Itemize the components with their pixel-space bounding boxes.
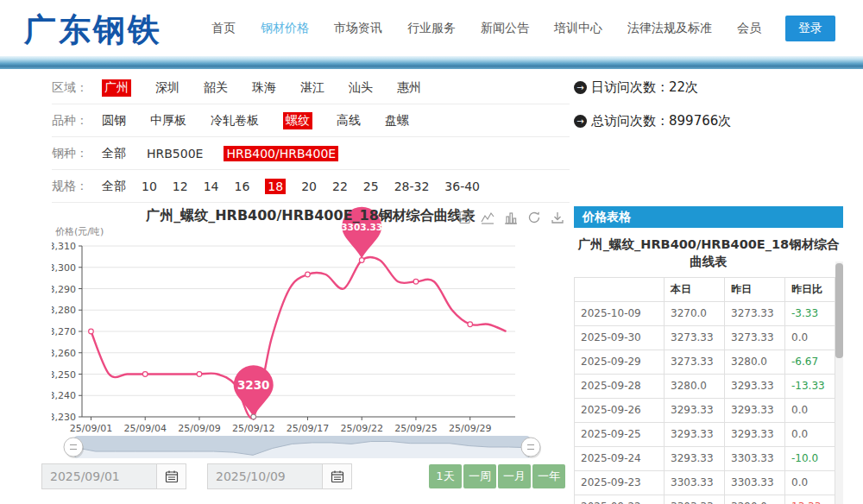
cell-change: 0.0 [785, 325, 835, 350]
nav-item[interactable]: 新闻公告 [481, 21, 529, 36]
cell-today: 3293.33 [665, 398, 725, 422]
cell-today: 3293.33 [665, 446, 725, 470]
filter-option[interactable]: 惠州 [397, 80, 421, 96]
scrollbar-thumb[interactable] [835, 263, 843, 358]
price-table: 本日昨日昨日比 2025-10-093270.03273.33-3.332025… [574, 277, 835, 504]
cell-yesterday: 3273.33 [725, 325, 785, 350]
filter-option[interactable]: 冷轧卷板 [211, 113, 259, 129]
cell-date: 2025-09-23 [575, 470, 665, 495]
svg-text:3,300: 3,300 [52, 262, 76, 274]
cell-change: 0.0 [785, 422, 835, 446]
visit-stats: →日访问次数：22次→总访问次数：899766次 [574, 79, 731, 147]
filter-option[interactable]: 中厚板 [150, 113, 186, 129]
cell-date: 2025-09-29 [575, 350, 665, 374]
datazoom-handle-left[interactable] [64, 438, 83, 457]
table-column-header: 昨日比 [785, 277, 835, 301]
svg-text:25/09/25: 25/09/25 [394, 423, 437, 434]
period-buttons: 1天一周一月一年 [429, 464, 565, 488]
filter-option[interactable]: 螺纹 [283, 112, 312, 129]
filter-option[interactable]: 汕头 [349, 80, 373, 96]
filter-option[interactable]: 22 [332, 180, 348, 193]
table-body: 2025-10-093270.03273.33-3.332025-09-3032… [575, 301, 835, 504]
nav-item[interactable]: 培训中心 [554, 21, 602, 36]
period-button[interactable]: 1天 [429, 464, 462, 488]
filter-option[interactable]: 圆钢 [102, 113, 126, 129]
filter-option[interactable]: 25 [363, 180, 379, 193]
filter-option[interactable]: 20 [301, 180, 317, 193]
filter-option[interactable]: 14 [204, 180, 219, 193]
period-button[interactable]: 一月 [498, 464, 531, 488]
filter-option[interactable]: HRB400/HRB400E [224, 146, 338, 161]
table-column-header: 昨日 [725, 277, 785, 301]
filter-option[interactable]: 16 [234, 180, 249, 193]
filter-option[interactable]: 湛江 [300, 80, 324, 96]
cell-yesterday: 3303.33 [725, 446, 785, 470]
stat-line: →日访问次数：22次 [574, 79, 731, 96]
filter-option[interactable]: 广州 [102, 79, 131, 97]
nav-item[interactable]: 钢材价格 [261, 21, 309, 36]
nav-item[interactable]: 会员 [737, 21, 761, 36]
filter-option[interactable]: 高线 [337, 113, 361, 129]
filter-option[interactable]: 全部 [102, 179, 126, 194]
table-row: 2025-09-263293.333293.330.0 [575, 398, 835, 422]
cell-yesterday: 3293.33 [725, 422, 785, 446]
filter-option[interactable]: 盘螺 [385, 113, 409, 129]
svg-text:25/09/22: 25/09/22 [341, 423, 383, 434]
svg-text:3,250: 3,250 [52, 369, 76, 381]
cell-yesterday: 3303.33 [725, 470, 785, 495]
cell-date: 2025-09-30 [575, 325, 665, 350]
data-view-icon[interactable] [458, 211, 471, 224]
arrow-circle-icon: → [574, 115, 587, 128]
table-row: 2025-09-223303.333290.013.33 [575, 495, 835, 504]
bar-chart-icon[interactable] [504, 211, 518, 224]
panel-title: 广州_螺纹_HRB400/HRB400E_18钢材综合曲线表 [576, 236, 841, 271]
filter-option[interactable]: 12 [173, 180, 188, 193]
nav-item[interactable]: 市场资讯 [334, 21, 382, 36]
filter-option[interactable]: 18 [265, 179, 286, 194]
svg-text:25/09/17: 25/09/17 [287, 423, 329, 434]
filter-option[interactable]: 珠海 [252, 80, 276, 96]
nav-item[interactable]: 法律法规及标准 [627, 21, 712, 36]
period-button[interactable]: 一周 [463, 464, 496, 488]
main-nav: 首页钢材价格市场资讯行业服务新闻公告培训中心法律法规及标准会员 [211, 0, 761, 56]
svg-text:25/09/09: 25/09/09 [178, 423, 220, 434]
calendar-icon [165, 469, 179, 483]
filter-option[interactable]: 深圳 [155, 80, 180, 96]
line-chart-icon[interactable] [481, 211, 494, 224]
cell-change: 0.0 [785, 470, 835, 495]
download-icon[interactable] [551, 211, 564, 224]
site-logo: 广东钢铁 [24, 9, 162, 52]
restore-icon[interactable] [527, 211, 541, 224]
filter-option[interactable]: HRB500E [147, 147, 203, 161]
filter-option[interactable]: 全部 [102, 146, 126, 161]
nav-item[interactable]: 行业服务 [407, 21, 456, 36]
end-date-group [207, 463, 352, 489]
calendar-button-start[interactable] [157, 463, 186, 489]
datazoom-handle-right[interactable] [521, 438, 540, 457]
cell-today: 3303.33 [665, 470, 725, 495]
cell-date: 2025-09-24 [575, 446, 665, 470]
filter-option[interactable]: 10 [142, 180, 157, 193]
table-scrollbar[interactable] [835, 261, 843, 504]
filter-row: 区域：广州深圳韶关珠海湛江汕头惠州 [52, 72, 570, 104]
filter-option[interactable]: 36-40 [444, 180, 480, 193]
svg-text:3,260: 3,260 [52, 348, 76, 359]
cell-date: 2025-10-09 [575, 301, 665, 325]
calendar-button-end[interactable] [323, 463, 352, 489]
period-button[interactable]: 一年 [532, 464, 565, 488]
filter-option[interactable]: 韶关 [204, 80, 228, 96]
cell-today: 3293.33 [665, 422, 725, 446]
svg-text:3,270: 3,270 [52, 326, 76, 337]
filter-option[interactable]: 28-32 [394, 180, 430, 193]
svg-text:3,280: 3,280 [52, 305, 76, 316]
nav-item[interactable]: 首页 [211, 21, 236, 36]
filter-label: 钢种： [52, 146, 102, 161]
filter-panel: 区域：广州深圳韶关珠海湛江汕头惠州品种：圆钢中厚板冷轧卷板螺纹高线盘螺钢种：全部… [52, 72, 570, 203]
cell-today: 3270.0 [665, 301, 725, 325]
start-date-input[interactable] [41, 463, 157, 489]
svg-text:25/09/04: 25/09/04 [124, 423, 167, 434]
login-button[interactable]: 登录 [785, 16, 835, 41]
cell-change: -13.33 [785, 374, 835, 398]
end-date-input[interactable] [207, 463, 323, 489]
cell-yesterday: 3293.33 [725, 374, 785, 398]
